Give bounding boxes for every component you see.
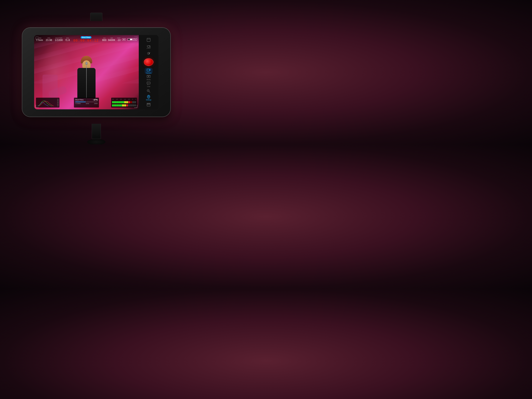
histogram-widget <box>36 98 59 108</box>
stream-title-row: Short Films ↑ 47% <box>75 99 98 101</box>
stream-clip-count: 16/32 <box>86 103 89 104</box>
audio-seg <box>114 104 116 107</box>
iris-stat: IRIS f1.8 <box>65 37 70 42</box>
audio-seg <box>112 104 114 107</box>
audio-meter: -50 -40 -30 -18 -15 -5 0 <box>112 98 136 107</box>
audio-seg <box>126 101 128 103</box>
audio-seg <box>116 104 118 107</box>
tripod-base <box>87 139 105 144</box>
tripod-pole <box>92 124 101 139</box>
settings-icon <box>147 95 151 99</box>
phone-body: LENS 77mm FPS 23.98 SHUTTER 1/1000 IRIS … <box>22 27 171 117</box>
zoom-btn[interactable] <box>145 88 152 94</box>
audio-seg <box>126 104 128 107</box>
record-button[interactable] <box>144 58 153 66</box>
svg-line-28 <box>149 103 150 104</box>
svg-marker-12 <box>148 76 149 77</box>
audio-channel-2 <box>112 104 136 107</box>
storage-badge: 57% <box>127 38 137 41</box>
phone-container: LENS 77mm FPS 23.98 SHUTTER 1/1000 IRIS … <box>20 21 172 124</box>
audio-seg <box>134 101 136 103</box>
camera-btn[interactable]: Camera <box>145 68 152 74</box>
resolution-badge: 4K <box>122 38 126 40</box>
svg-point-16 <box>148 83 149 83</box>
audio-seg <box>116 101 118 103</box>
chat-btn[interactable]: Chat <box>145 81 152 87</box>
audio-seg <box>130 104 132 107</box>
expand-btn[interactable] <box>145 37 152 43</box>
storage-bar-fill <box>128 39 130 40</box>
scale-label-40: -40 <box>116 99 118 100</box>
audio-seg <box>128 101 130 103</box>
stream-arrow: ↑ <box>92 99 93 101</box>
mic-stand <box>86 65 87 102</box>
svg-point-6 <box>148 46 150 48</box>
timecode-display: 00:00:04:12 <box>73 39 99 43</box>
stream-percent-value: 47% <box>93 99 98 101</box>
scale-label-5: -5 <box>132 99 133 100</box>
phone-mount <box>90 13 102 21</box>
chat-icon <box>147 81 151 85</box>
iso-value: 800 <box>102 39 107 42</box>
tint-label: TINT <box>117 37 120 39</box>
audio-scale: -50 -40 -30 -18 -15 -5 0 <box>112 99 136 100</box>
side-panel: A A <box>139 35 158 109</box>
audio-seg <box>124 104 126 107</box>
media-label: Media <box>146 79 151 81</box>
clapper-btn[interactable] <box>145 101 152 108</box>
wb-label: WB <box>111 37 113 39</box>
camera-auto-icon: A <box>146 44 151 49</box>
media-icon <box>147 75 151 78</box>
hud-right-group: ISO 800 WB 5600K TINT -10 4K <box>102 37 137 42</box>
camera-auto-btn[interactable]: A <box>145 44 152 50</box>
audio-seg <box>130 101 132 103</box>
tint-stat: TINT -10 <box>117 37 121 42</box>
scale-label-0: 0 <box>135 99 136 100</box>
audio-seg <box>120 101 122 103</box>
lens-label: LENS <box>38 37 41 39</box>
audio-seg <box>132 104 134 107</box>
wb-value: 5600K <box>108 39 115 42</box>
media-btn[interactable]: Media <box>145 75 152 81</box>
exposure-auto-icon: A <box>146 51 151 56</box>
hud-top-bar: LENS 77mm FPS 23.98 SHUTTER 1/1000 IRIS … <box>34 35 139 44</box>
audio-channel-1 <box>112 101 136 103</box>
chat-label: Chat <box>147 86 150 87</box>
svg-point-22 <box>148 96 149 97</box>
svg-rect-4 <box>147 38 150 42</box>
storage-percent: 57% <box>133 39 136 40</box>
shutter-value: 1/1000 <box>55 39 63 42</box>
svg-rect-0 <box>57 99 58 106</box>
audio-seg <box>114 101 116 103</box>
svg-point-17 <box>149 83 150 83</box>
settings-btn[interactable]: Settings <box>145 95 152 101</box>
wb-stat: WB 5600K <box>108 37 115 42</box>
svg-point-15 <box>148 83 148 83</box>
audio-seg <box>128 104 130 107</box>
phone-screen: LENS 77mm FPS 23.98 SHUTTER 1/1000 IRIS … <box>34 35 158 109</box>
svg-line-26 <box>147 103 148 104</box>
audio-seg <box>122 104 124 107</box>
camera-label: Camera <box>146 72 151 74</box>
exposure-auto-btn[interactable]: A <box>145 50 152 57</box>
svg-line-19 <box>149 91 150 93</box>
viewfinder: LENS 77mm FPS 23.98 SHUTTER 1/1000 IRIS … <box>34 35 139 109</box>
scale-label-15: -15 <box>128 99 129 100</box>
stream-progress-bar <box>75 101 98 102</box>
audio-seg <box>118 104 120 107</box>
stream-stats-row: 74.5Mb/s 16/32 29Min <box>75 103 98 104</box>
audio-seg <box>122 101 124 103</box>
svg-text:A: A <box>150 45 150 46</box>
audio-seg <box>112 101 114 103</box>
mic-head <box>85 62 88 65</box>
clapper-icon <box>147 102 151 107</box>
scale-label-18: -18 <box>124 99 126 100</box>
audio-seg <box>124 101 126 103</box>
profile-badge: Short Films <box>81 36 91 38</box>
iris-value: f1.8 <box>65 39 70 42</box>
audio-seg <box>134 104 136 107</box>
lens-stat: LENS 77mm <box>36 37 43 42</box>
shutter-label: SHUTTER <box>55 37 62 39</box>
stream-progress-fill <box>75 101 86 102</box>
scale-label-30: -30 <box>120 99 122 100</box>
